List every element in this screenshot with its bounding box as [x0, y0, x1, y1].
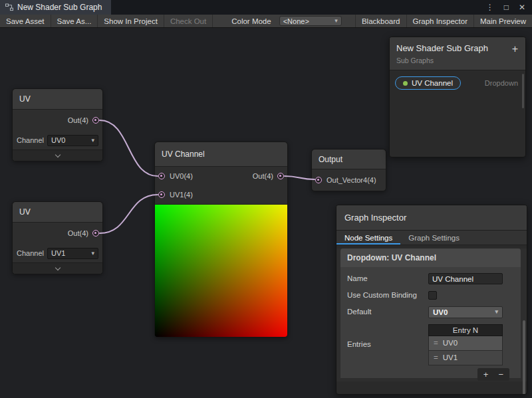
add-property-button[interactable]: + [512, 43, 518, 55]
window-title: New Shader Sub Graph [17, 3, 102, 12]
input-port-uv0[interactable] [158, 173, 165, 179]
default-label: Default [347, 307, 428, 317]
subgraph-icon [5, 3, 13, 11]
channel-label: Channel [17, 136, 44, 144]
channel-value: UV1 [51, 249, 65, 257]
entry-value: UV0 [443, 339, 458, 347]
window-tab-bar: New Shader Sub Graph ⋮ □ ✕ [0, 0, 532, 15]
node-uv-channel[interactable]: UV Channel UV0(4) UV1(4) Out(4) [154, 142, 288, 338]
dropdown-settings-section: Dropdown: UV Channel Name Use Custom Bin… [340, 249, 521, 378]
blackboard-item-uv-channel[interactable]: UV Channel Dropdown [395, 76, 520, 90]
save-asset-button[interactable]: Save Asset [0, 15, 51, 27]
node-output[interactable]: Output Out_Vector4(4) [311, 149, 386, 191]
chevron-down-icon: ▾ [334, 18, 338, 24]
kebab-menu-icon[interactable]: ⋮ [486, 3, 494, 12]
property-pill[interactable]: UV Channel [395, 76, 461, 90]
toolbar-toggles: Blackboard Graph Inspector Main Preview [355, 15, 532, 27]
entries-list: Entry N = UV0 = UV1 [428, 324, 503, 365]
drag-handle-icon[interactable]: = [434, 353, 438, 361]
node-uv-2[interactable]: UV Out(4) Channel UV1 ▾ [12, 201, 103, 274]
show-in-project-button[interactable]: Show In Project [98, 15, 164, 27]
output-port[interactable] [92, 230, 99, 237]
remove-entry-button[interactable]: − [498, 369, 503, 379]
node-uv-1[interactable]: UV Out(4) Channel UV0 ▾ [12, 88, 103, 161]
entries-label: Entries [347, 340, 428, 349]
blackboard-panel[interactable]: New Shader Sub Graph Sub Graphs + UV Cha… [389, 37, 526, 157]
graph-inspector-toggle-button[interactable]: Graph Inspector [406, 15, 473, 27]
color-mode-value: <None> [283, 17, 309, 25]
chevron-down-icon: ▾ [91, 250, 94, 256]
graph-inspector-title: Graph Inspector [336, 205, 527, 231]
node-collapse-button[interactable] [13, 262, 102, 274]
chevron-down-icon [55, 264, 60, 270]
tab-graph-settings[interactable]: Graph Settings [400, 231, 467, 245]
port-label-uv0: UV0(4) [170, 172, 193, 180]
drag-handle-icon[interactable]: = [434, 339, 438, 347]
blackboard-toggle-button[interactable]: Blackboard [355, 15, 406, 27]
entries-header: Entry N [428, 324, 503, 336]
window-controls: ⋮ □ ✕ [486, 0, 532, 15]
wire-uv1-to-uv0[interactable] [100, 120, 158, 176]
entry-row-uv0[interactable]: = UV0 [428, 336, 503, 351]
graph-inspector-panel[interactable]: Graph Inspector Node Settings Graph Sett… [336, 205, 527, 395]
blackboard-scrollbar[interactable] [522, 74, 524, 108]
node-title[interactable]: Output [312, 149, 386, 169]
main-preview-toggle-button[interactable]: Main Preview [473, 15, 532, 27]
name-input[interactable] [428, 273, 503, 284]
use-custom-binding-checkbox[interactable] [428, 291, 437, 300]
section-title: Dropdown: UV Channel [340, 249, 521, 267]
wire-uv2-to-uv1[interactable] [100, 195, 158, 233]
maximize-icon[interactable]: □ [504, 3, 509, 12]
color-mode-label: Color Mode [213, 15, 275, 27]
chevron-down-icon: ▾ [495, 309, 498, 315]
input-port-uv1[interactable] [158, 191, 165, 198]
port-label-out: Out(4) [253, 172, 273, 180]
channel-label: Channel [17, 249, 44, 257]
tab-node-settings[interactable]: Node Settings [336, 231, 400, 245]
port-label-uv1: UV1(4) [170, 191, 193, 199]
node-title[interactable]: UV [13, 202, 102, 223]
output-port[interactable] [92, 117, 99, 124]
check-out-button[interactable]: Check Out [164, 15, 213, 27]
node-title[interactable]: UV [13, 89, 102, 110]
color-mode-dropdown[interactable]: <None> ▾ [279, 16, 342, 26]
add-entry-button[interactable]: + [483, 369, 489, 379]
channel-dropdown[interactable]: UV1 ▾ [47, 248, 98, 259]
toolbar: Save Asset Save As... Show In Project Ch… [0, 15, 532, 28]
property-name: UV Channel [412, 79, 453, 87]
name-label: Name [347, 274, 428, 284]
uv-preview-image [155, 204, 287, 337]
chevron-down-icon [55, 151, 60, 157]
property-type: Dropdown [485, 79, 518, 87]
default-value: UV0 [433, 308, 448, 316]
channel-dropdown[interactable]: UV0 ▾ [47, 135, 98, 146]
entry-value: UV1 [443, 353, 458, 361]
blackboard-subtitle: Sub Graphs [396, 56, 519, 64]
chevron-down-icon: ▾ [91, 138, 94, 144]
close-icon[interactable]: ✕ [519, 3, 525, 12]
port-label-out: Out(4) [68, 116, 88, 124]
window-tab[interactable]: New Shader Sub Graph [0, 0, 111, 15]
channel-value: UV0 [51, 136, 65, 144]
blackboard-title: New Shader Sub Graph [396, 43, 519, 53]
exposed-dot-icon [403, 81, 408, 86]
output-port[interactable] [277, 173, 284, 179]
entry-row-uv1[interactable]: = UV1 [428, 351, 503, 365]
node-title[interactable]: UV Channel [155, 142, 287, 167]
save-as-button[interactable]: Save As... [51, 15, 98, 27]
use-custom-binding-label: Use Custom Binding [347, 290, 428, 300]
port-label-out: Out(4) [68, 229, 88, 237]
inspector-scrollbar[interactable] [523, 320, 525, 395]
entries-add-remove: + − [477, 368, 509, 381]
wire-out-to-output[interactable] [285, 176, 315, 179]
input-port-out-vector4[interactable] [315, 177, 322, 183]
default-dropdown[interactable]: UV0 ▾ [428, 306, 503, 318]
graph-canvas[interactable]: UV Out(4) Channel UV0 ▾ UV Out(4) Channe… [0, 28, 532, 398]
node-collapse-button[interactable] [13, 149, 102, 161]
port-label-out-vector4: Out_Vector4(4) [327, 176, 376, 184]
